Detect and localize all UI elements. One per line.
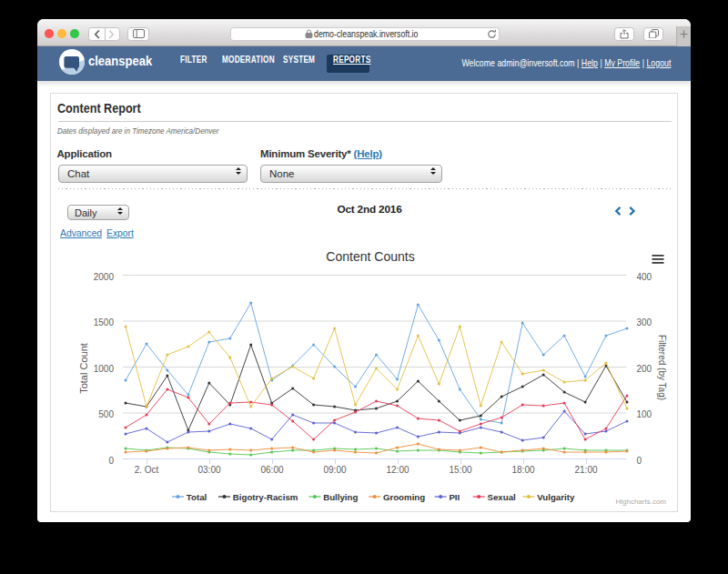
svg-text:Sexual: Sexual [488, 492, 516, 502]
svg-text:Vulgarity: Vulgarity [537, 492, 575, 502]
svg-text:1000: 1000 [94, 364, 115, 374]
svg-text:Total Count: Total Count [78, 343, 89, 394]
svg-text:100: 100 [637, 409, 652, 419]
svg-text:2000: 2000 [94, 272, 115, 282]
svg-text:Highcharts.com: Highcharts.com [615, 498, 666, 506]
svg-text:500: 500 [98, 409, 114, 419]
svg-text:Filtered (by Tag): Filtered (by Tag) [657, 335, 667, 400]
svg-text:300: 300 [637, 317, 652, 327]
svg-text:0: 0 [637, 456, 642, 466]
svg-text:15:00: 15:00 [449, 465, 471, 475]
svg-text:Total: Total [187, 492, 207, 502]
svg-text:12:00: 12:00 [386, 465, 409, 475]
svg-text:03:00: 03:00 [197, 465, 220, 475]
svg-text:Bigotry-Racism: Bigotry-Racism [233, 492, 298, 502]
svg-text:2. Oct: 2. Oct [135, 465, 159, 475]
svg-text:PII: PII [449, 492, 460, 502]
svg-text:Grooming: Grooming [383, 492, 425, 502]
svg-text:Content Counts: Content Counts [326, 249, 414, 264]
svg-text:1500: 1500 [94, 317, 115, 327]
svg-text:09:00: 09:00 [323, 465, 346, 475]
svg-text:18:00: 18:00 [511, 465, 534, 475]
svg-text:Bullying: Bullying [323, 492, 358, 502]
svg-text:400: 400 [637, 272, 652, 282]
svg-text:06:00: 06:00 [260, 465, 283, 475]
svg-text:21:00: 21:00 [574, 465, 597, 475]
svg-text:200: 200 [637, 364, 652, 374]
svg-text:0: 0 [108, 456, 114, 466]
